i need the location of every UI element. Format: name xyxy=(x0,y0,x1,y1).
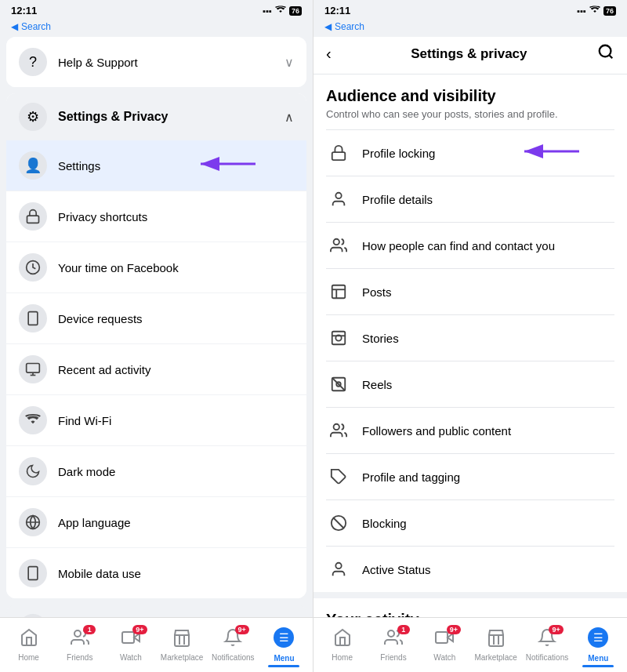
blocking-label: Blocking xyxy=(362,517,614,530)
help-support-item[interactable]: ? Help & Support ∨ xyxy=(6,37,306,87)
nav-menu-left[interactable]: ☰ Menu xyxy=(259,623,310,667)
right-search-button[interactable] xyxy=(597,43,614,64)
right-panel: 12:11 ▪▪▪ 76 ◀ Search ‹ Settings & priva… xyxy=(314,0,627,672)
stories-label: Stories xyxy=(362,332,614,345)
nav-friends-left[interactable]: 1 Friends xyxy=(54,623,105,667)
right-wifi-icon xyxy=(589,5,600,16)
nav-watch-right[interactable]: 9+ Watch xyxy=(419,623,470,667)
find-wifi-item[interactable]: Find Wi-Fi xyxy=(6,395,306,446)
device-requests-item[interactable]: Device requests xyxy=(6,293,306,344)
profile-locking-item[interactable]: Profile locking xyxy=(326,129,614,176)
ad-icon xyxy=(19,355,47,383)
dark-mode-label: Dark mode xyxy=(58,465,294,478)
dark-mode-icon xyxy=(19,457,47,485)
nav-watch-left[interactable]: 9+ Watch xyxy=(105,623,156,667)
mobile-data-item[interactable]: Mobile data use xyxy=(6,548,306,598)
svg-marker-23 xyxy=(134,634,140,641)
blocking-item[interactable]: Blocking xyxy=(326,499,614,546)
device-icon xyxy=(19,304,47,332)
watch-label-right: Watch xyxy=(433,653,455,662)
nav-marketplace-right[interactable]: Marketplace xyxy=(470,623,521,667)
privacy-shortcuts-item[interactable]: Privacy shortcuts xyxy=(6,191,306,242)
left-bottom-nav: Home 1 Friends 9+ Watch Marketplace 9+ xyxy=(0,617,313,672)
profile-details-item[interactable]: Profile details xyxy=(326,176,614,222)
svg-point-34 xyxy=(335,193,341,198)
right-header: ‹ Settings & privacy xyxy=(314,37,627,74)
marketplace-label-left: Marketplace xyxy=(161,653,203,662)
svg-text:☰: ☰ xyxy=(279,631,289,644)
nav-home-left[interactable]: Home xyxy=(3,623,54,667)
svg-point-35 xyxy=(334,239,339,245)
reels-icon xyxy=(326,372,351,397)
notifications-badge-left: 9+ xyxy=(235,625,249,634)
also-from-meta-header[interactable]: Also from Meta ∧ xyxy=(6,605,306,617)
nav-notifications-left[interactable]: 9+ Notifications xyxy=(208,623,259,667)
followers-item[interactable]: Followers and public content xyxy=(326,407,614,453)
nav-home-right[interactable]: Home xyxy=(317,623,368,667)
svg-rect-2 xyxy=(27,216,39,223)
profile-tagging-item[interactable]: Profile and tagging xyxy=(326,453,614,499)
mobile-data-icon xyxy=(19,559,47,587)
reels-item[interactable]: Reels xyxy=(326,361,614,407)
find-contact-icon xyxy=(326,233,351,258)
home-icon-right xyxy=(333,628,352,652)
battery-left: 76 xyxy=(289,6,302,16)
nav-menu-right[interactable]: ☰ Menu xyxy=(573,623,624,667)
back-arrow-icon: ◀ xyxy=(11,21,18,32)
svg-point-22 xyxy=(74,630,81,637)
svg-line-48 xyxy=(334,518,344,529)
nav-marketplace-left[interactable]: Marketplace xyxy=(157,623,208,667)
device-requests-label: Device requests xyxy=(58,312,294,325)
profile-details-icon xyxy=(326,187,351,212)
svg-rect-31 xyxy=(332,152,346,160)
menu-icon-left: ☰ xyxy=(274,627,294,652)
settings-privacy-section: ⚙ Settings & Privacy ∧ 👤 Settings xyxy=(6,93,306,598)
help-chevron-icon: ∨ xyxy=(285,55,294,70)
left-time: 12:11 xyxy=(11,5,37,16)
svg-line-30 xyxy=(609,55,612,58)
settings-privacy-header[interactable]: ⚙ Settings & Privacy ∧ xyxy=(6,93,306,140)
friends-badge-right: 1 xyxy=(397,625,410,634)
nav-friends-right[interactable]: 1 Friends xyxy=(368,623,419,667)
profile-tagging-icon xyxy=(326,464,351,489)
posts-item[interactable]: Posts xyxy=(326,268,614,314)
watch-badge-left: 9+ xyxy=(132,625,147,634)
app-language-item[interactable]: App language xyxy=(6,497,306,548)
right-search-back[interactable]: ◀ Search xyxy=(314,20,627,37)
svg-line-44 xyxy=(332,378,346,391)
recent-ad-activity-item[interactable]: Recent ad activity xyxy=(6,344,306,395)
purple-arrow-profile xyxy=(520,140,583,166)
marketplace-icon-right xyxy=(487,628,506,652)
dark-mode-item[interactable]: Dark mode xyxy=(6,446,306,497)
settings-user-icon: 👤 xyxy=(19,151,47,180)
help-support-label: Help & Support xyxy=(58,56,274,69)
purple-arrow-settings xyxy=(197,152,259,179)
find-contact-item[interactable]: How people can find and contact you xyxy=(326,222,614,268)
left-panel: 12:11 ▪▪▪ 76 ◀ Search ? Help & Support ∨… xyxy=(0,0,314,672)
back-button[interactable]: ‹ xyxy=(326,45,332,63)
nav-notifications-right[interactable]: 9+ Notifications xyxy=(521,623,572,667)
privacy-icon xyxy=(19,202,47,231)
reels-label: Reels xyxy=(362,378,614,391)
followers-label: Followers and public content xyxy=(362,424,614,438)
menu-label-left: Menu xyxy=(274,654,294,663)
settings-privacy-label: Settings & Privacy xyxy=(58,110,274,124)
active-status-icon xyxy=(326,557,351,582)
stories-item[interactable]: Stories xyxy=(326,314,614,361)
active-status-item[interactable]: Active Status xyxy=(326,546,614,592)
left-search-back[interactable]: ◀ Search xyxy=(0,20,313,37)
svg-rect-4 xyxy=(28,312,38,325)
battery-right: 76 xyxy=(603,6,616,16)
settings-item[interactable]: 👤 Settings xyxy=(6,140,306,191)
find-wifi-label: Find Wi-Fi xyxy=(58,414,294,427)
time-icon xyxy=(19,253,47,282)
time-on-facebook-label: Your time on Facebook xyxy=(58,261,294,274)
svg-text:☰: ☰ xyxy=(593,631,603,644)
marketplace-label-right: Marketplace xyxy=(474,653,516,662)
svg-rect-24 xyxy=(122,632,134,643)
settings-toggle-icon[interactable]: ∧ xyxy=(285,110,294,125)
time-on-facebook-item[interactable]: Your time on Facebook xyxy=(6,242,306,293)
notifications-badge-right: 9+ xyxy=(549,625,563,634)
profile-locking-icon xyxy=(326,140,351,165)
also-from-meta-section: Also from Meta ∧ xyxy=(6,605,306,617)
